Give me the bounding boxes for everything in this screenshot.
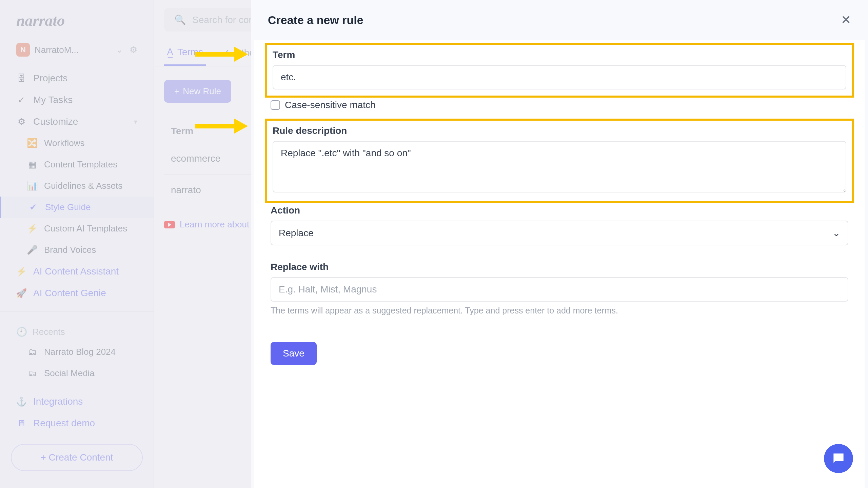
modal-title: Create a new rule <box>268 14 363 27</box>
checkbox-icon[interactable] <box>271 100 280 110</box>
close-icon[interactable]: ✕ <box>841 13 851 27</box>
action-select[interactable]: Replace ⌄ <box>271 221 848 245</box>
replace-with-input[interactable] <box>271 277 848 302</box>
replace-with-label: Replace with <box>271 262 848 272</box>
chevron-down-icon: ⌄ <box>832 227 840 239</box>
case-sensitive-label: Case-sensitive match <box>285 100 376 110</box>
annotation-arrow <box>195 47 256 62</box>
action-label: Action <box>271 205 848 216</box>
term-label: Term <box>273 49 846 60</box>
term-input[interactable] <box>273 65 846 89</box>
description-input[interactable] <box>273 141 846 192</box>
annotation-arrow <box>195 119 256 134</box>
action-value: Replace <box>279 228 314 239</box>
helper-text: The terms will appear as a suggested rep… <box>271 306 848 316</box>
description-label: Rule description <box>273 125 846 136</box>
term-highlight: Term <box>265 43 854 98</box>
create-rule-modal: Create a new rule ✕ Term Case-sensitive … <box>251 0 868 488</box>
save-button[interactable]: Save <box>271 342 317 365</box>
case-sensitive-row[interactable]: Case-sensitive match <box>265 100 854 119</box>
chat-fab[interactable] <box>824 444 853 473</box>
chat-icon <box>831 451 846 466</box>
description-highlight: Rule description <box>265 119 854 203</box>
